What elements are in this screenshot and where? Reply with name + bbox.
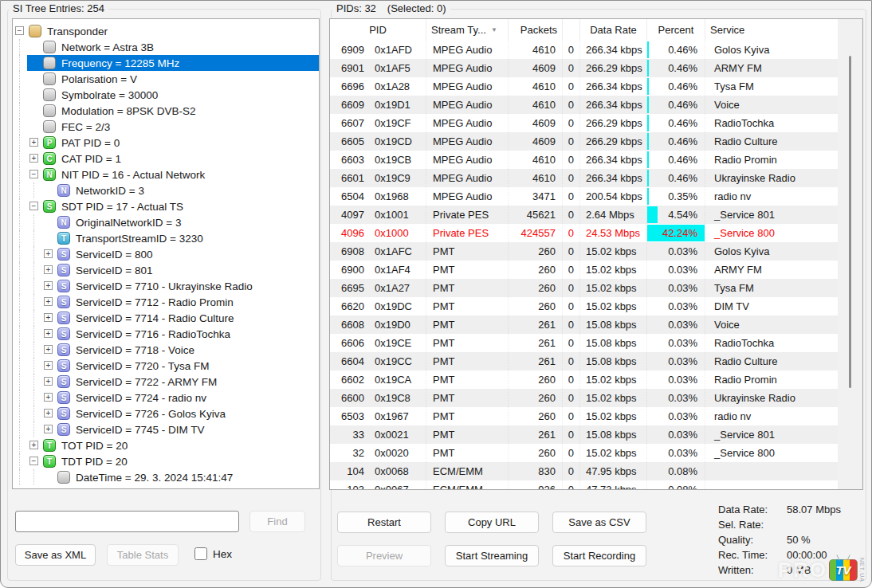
tree-item[interactable]: +PPAT PID = 0 <box>13 135 319 151</box>
expand-toggle-icon[interactable]: + <box>44 281 53 290</box>
expand-toggle-icon[interactable]: + <box>44 425 53 433</box>
pid-row[interactable]: 69080x1AFCPMT260015.02 kbps0.03%Golos Ky… <box>330 242 838 261</box>
pid-row[interactable]: 66080x19D0PMT261015.08 kbps0.03%Voice <box>330 316 838 334</box>
find-input[interactable] <box>15 511 239 532</box>
tree-item[interactable]: NNetworkID = 3 <box>13 182 319 198</box>
tree-item[interactable]: +CCAT PID = 1 <box>13 151 319 167</box>
tree-item[interactable]: +SServiceID = 7712 - Radio Promin <box>13 294 319 310</box>
tree-item-label: ServiceID = 7745 - DIM TV <box>76 424 204 436</box>
table-scrollbar-track[interactable] <box>838 19 862 489</box>
pid-row[interactable]: 1030x0067ECM/EMM926047.73 kbps0.08% <box>330 480 838 489</box>
tree-item[interactable]: −Transponder <box>13 23 319 39</box>
copy-url-button[interactable]: Copy URL <box>445 512 539 533</box>
pid-row[interactable]: 69000x1AF4PMT260015.02 kbps0.03%ARMY FM <box>330 261 838 279</box>
tree-item[interactable]: Symbolrate = 30000 <box>13 87 319 103</box>
find-button[interactable]: Find <box>249 511 305 532</box>
tree-item[interactable]: +SServiceID = 801 <box>13 262 319 278</box>
tree-item[interactable]: +SServiceID = 7710 - Ukrayinske Radio <box>13 278 319 294</box>
col-header-packets[interactable]: Packets <box>509 19 563 41</box>
tree-item[interactable]: Polarisation = V <box>13 71 319 87</box>
expand-toggle-icon[interactable]: + <box>44 409 53 417</box>
col-header-stream-type[interactable]: Stream Ty... ▼ <box>426 19 509 41</box>
pid-row[interactable]: 330x0021PMT261015.08 kbps0.03%_Service 8… <box>330 425 838 444</box>
collapse-toggle-icon[interactable]: − <box>29 170 38 178</box>
start-recording-button[interactable]: Start Recording <box>552 545 646 566</box>
pid-row[interactable]: 1040x0068ECM/EMM830047.95 kbps0.08% <box>330 462 838 480</box>
expand-toggle-icon[interactable]: + <box>44 361 53 370</box>
tree-item[interactable]: +SServiceID = 7745 - DIM TV <box>13 421 319 437</box>
table-scrollbar-thumb[interactable] <box>849 56 851 388</box>
pid-row[interactable]: 40960x1000Private PES424557024.53 Mbps42… <box>330 224 838 242</box>
pid-row[interactable]: 66010x19C9MPEG Audio46100266.34 kbps0.46… <box>330 169 838 187</box>
pid-row[interactable]: 66950x1A27PMT260015.02 kbps0.03%Tysa FM <box>330 279 838 297</box>
tree-item[interactable]: Network = Astra 3B <box>13 39 319 55</box>
expand-toggle-icon[interactable]: + <box>29 154 38 163</box>
expand-toggle-icon[interactable]: + <box>44 265 53 274</box>
si-tree[interactable]: −TransponderNetwork = Astra 3BFrequency … <box>12 18 320 489</box>
expand-toggle-icon[interactable]: + <box>44 297 53 306</box>
pid-row[interactable]: 66040x19CCPMT261015.08 kbps0.03%Radio Cu… <box>330 352 838 370</box>
table-stats-button[interactable]: Table Stats <box>107 544 179 566</box>
cell-data-rate: 266.34 kbps <box>580 169 647 187</box>
collapse-toggle-icon[interactable]: − <box>29 457 38 465</box>
tree-item[interactable]: −NNIT PID = 16 - Actual Network <box>13 167 319 182</box>
restart-button[interactable]: Restart <box>337 512 431 533</box>
col-header-pid[interactable]: PID <box>330 19 426 41</box>
expand-toggle-icon[interactable]: + <box>44 345 53 354</box>
pid-row[interactable]: 65040x1968MPEG Audio34710200.54 kbps0.35… <box>330 187 838 206</box>
pid-row[interactable]: 66050x19CDMPEG Audio46090266.29 kbps0.46… <box>330 132 838 151</box>
tree-item[interactable]: FEC = 2/3 <box>13 119 319 135</box>
tree-item-label: Symbolrate = 30000 <box>61 89 158 101</box>
preview-button[interactable]: Preview <box>337 545 431 566</box>
tree-item[interactable]: +SServiceID = 800 <box>13 246 319 262</box>
pid-row[interactable]: 65030x1967PMT260015.02 kbps0.03%radio nv <box>330 407 838 425</box>
expand-toggle-icon[interactable]: + <box>29 441 38 449</box>
collapse-toggle-icon[interactable]: − <box>29 202 38 210</box>
pid-row[interactable]: 66020x19CAPMT260015.02 kbps0.03%Radio Pr… <box>330 370 838 389</box>
tree-item[interactable]: Frequency = 12285 MHz <box>13 55 319 71</box>
pid-row[interactable]: 69010x1AF5MPEG Audio46090266.29 kbps0.46… <box>330 59 838 77</box>
tree-item[interactable]: Modulation = 8PSK DVB-S2 <box>13 103 319 119</box>
expand-toggle-icon[interactable]: + <box>44 393 53 402</box>
tree-item[interactable]: +SServiceID = 7722 - ARMY FM <box>13 374 319 390</box>
tree-item[interactable]: NOriginalNetworkID = 3 <box>13 214 319 230</box>
save-as-csv-button[interactable]: Save as CSV <box>552 512 646 533</box>
tree-item[interactable]: +SServiceID = 7716 - RadioTochka <box>13 326 319 342</box>
col-header-cc-errors[interactable] <box>563 19 580 41</box>
pid-row[interactable]: 66200x19DCPMT260015.02 kbps0.03%DIM TV <box>330 297 838 316</box>
tree-item[interactable]: +SServiceID = 7714 - Radio Culture <box>13 310 319 326</box>
tree-item[interactable]: DateTime = 29. 3. 2024 15:41:47 <box>13 469 319 485</box>
col-header-percent[interactable]: Percent <box>647 19 705 41</box>
tree-item[interactable]: −SSDT PID = 17 - Actual TS <box>13 198 319 214</box>
save-as-xml-button[interactable]: Save as XML <box>15 544 96 566</box>
cell-packets: 261 <box>509 316 563 334</box>
tree-item[interactable]: +SServiceID = 7720 - Tysa FM <box>13 358 319 374</box>
tree-item[interactable]: +SServiceID = 7726 - Golos Kyiva <box>13 406 319 421</box>
expand-toggle-icon[interactable]: + <box>44 249 53 258</box>
pid-row[interactable]: 69090x1AFDMPEG Audio46100266.34 kbps0.46… <box>330 41 838 59</box>
tree-item[interactable]: −TTDT PID = 20 <box>13 453 319 469</box>
start-streaming-button[interactable]: Start Streaming <box>445 545 539 566</box>
col-header-data-rate[interactable]: Data Rate <box>580 19 647 41</box>
pid-row[interactable]: 66090x19D1MPEG Audio46100266.34 kbps0.46… <box>330 96 838 114</box>
expand-toggle-icon[interactable]: + <box>44 313 53 322</box>
expand-toggle-icon[interactable]: + <box>29 138 38 147</box>
pid-row[interactable]: 66000x19C8PMT260015.02 kbps0.03%Ukrayins… <box>330 389 838 407</box>
tree-item[interactable]: +TTOT PID = 20 <box>13 437 319 453</box>
tree-item[interactable]: TTransportStreamID = 3230 <box>13 230 319 246</box>
col-header-service[interactable]: Service <box>705 19 838 41</box>
expand-toggle-icon[interactable]: + <box>44 377 53 386</box>
pid-row[interactable]: 66030x19CBMPEG Audio46100266.34 kbps0.46… <box>330 151 838 169</box>
expand-toggle-icon[interactable]: + <box>44 329 53 338</box>
tree-item[interactable]: +SServiceID = 7724 - radio nv <box>13 390 319 406</box>
pid-row[interactable]: 66070x19CFMPEG Audio46090266.29 kbps0.46… <box>330 114 838 132</box>
pid-row[interactable]: 66060x19CEPMT261015.08 kbps0.03%RadioToc… <box>330 334 838 352</box>
hex-checkbox[interactable] <box>194 547 207 560</box>
tree-item-label: ServiceID = 7726 - Golos Kyiva <box>76 408 226 420</box>
tree-indent-guide <box>27 294 41 310</box>
pid-row[interactable]: 66960x1A28MPEG Audio46100266.34 kbps0.46… <box>330 77 838 96</box>
pid-row[interactable]: 40970x1001Private PES4562102.64 Mbps4.54… <box>330 206 838 224</box>
collapse-toggle-icon[interactable]: − <box>15 26 24 35</box>
tree-item[interactable]: +SServiceID = 7718 - Voice <box>13 342 319 358</box>
pid-row[interactable]: 320x0020PMT260015.02 kbps0.03%_Service 8… <box>330 444 838 462</box>
